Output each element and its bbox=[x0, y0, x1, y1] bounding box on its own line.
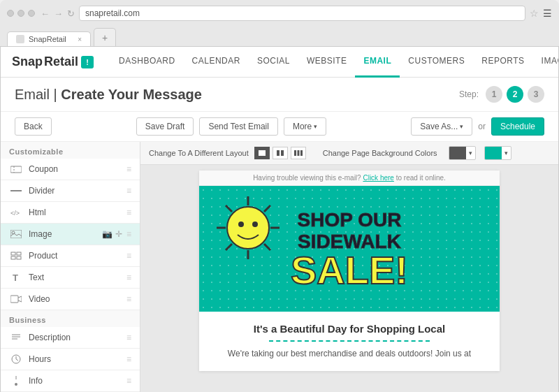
sidebar-item-description-label: Description bbox=[29, 333, 126, 342]
sidebar-drag-icon: ≡ bbox=[126, 164, 131, 174]
svg-rect-24 bbox=[294, 150, 296, 156]
more-button[interactable]: More ▾ bbox=[284, 117, 326, 136]
save-as-dropdown-arrow: ▾ bbox=[460, 123, 463, 130]
sidebar-drag-icon: ≡ bbox=[126, 376, 131, 386]
svg-rect-1 bbox=[10, 166, 22, 173]
sidebar-item-product-label: Product bbox=[29, 251, 126, 261]
nav-images[interactable]: IMAGES bbox=[533, 47, 559, 78]
email-body: It's a Beautiful Day for Shopping Local … bbox=[199, 312, 500, 371]
save-draft-button[interactable]: Save Draft bbox=[136, 117, 194, 136]
nav-website[interactable]: WEBSITE bbox=[298, 47, 356, 78]
more-dropdown-arrow: ▾ bbox=[314, 123, 317, 130]
sidebar-section-business: Business bbox=[1, 310, 140, 327]
sidebar-item-text-label: Text bbox=[29, 273, 126, 282]
step-label: Step: bbox=[459, 89, 479, 99]
nav-social[interactable]: SOCIAL bbox=[249, 47, 298, 78]
step-3-num: 3 bbox=[534, 89, 539, 99]
email-hero[interactable]: SHOP OURSIDEWALK SALE! bbox=[199, 186, 500, 312]
click-here-link[interactable]: Click here bbox=[363, 174, 393, 182]
sidebar-item-hours-label: Hours bbox=[29, 354, 126, 364]
sidebar-drag-icon: ≡ bbox=[126, 229, 131, 239]
target-icon: ✛ bbox=[115, 229, 122, 239]
page-title-main: Create Your Message bbox=[61, 87, 202, 102]
more-label: More bbox=[293, 122, 312, 131]
page-title: Email | Create Your Message bbox=[15, 87, 202, 103]
layout-icon-2col[interactable] bbox=[273, 147, 288, 159]
bg-dark-swatch bbox=[449, 146, 466, 160]
main-layout: Customizable Coupon ≡ Divider ≡ bbox=[1, 142, 558, 392]
sidebar-drag-icon: ≡ bbox=[126, 354, 131, 364]
address-bar[interactable] bbox=[79, 6, 525, 21]
send-test-button[interactable]: Send Test Email bbox=[199, 117, 278, 136]
sidebar-item-divider-label: Divider bbox=[29, 186, 126, 196]
svg-line-34 bbox=[226, 244, 232, 250]
sidebar-item-product[interactable]: Product ≡ bbox=[1, 245, 140, 267]
back-button[interactable]: ← bbox=[41, 8, 50, 19]
email-headline: It's a Beautiful Day for Shopping Local bbox=[216, 323, 483, 335]
menu-icon[interactable]: ☰ bbox=[543, 8, 552, 19]
browser-dot-red bbox=[7, 10, 14, 17]
sidebar-section-customizable: Customizable bbox=[1, 142, 140, 159]
sidebar-item-hours[interactable]: Hours ≡ bbox=[1, 349, 140, 370]
address-input[interactable] bbox=[85, 8, 519, 18]
browser-tab[interactable]: SnapRetail × bbox=[7, 31, 91, 46]
video-icon bbox=[9, 294, 23, 304]
sidebar: Customizable Coupon ≡ Divider ≡ bbox=[1, 142, 140, 392]
layout-icon-3col[interactable] bbox=[291, 147, 306, 159]
tab-close-button[interactable]: × bbox=[78, 36, 82, 43]
product-icon bbox=[9, 251, 23, 261]
sidebar-item-video[interactable]: Video ≡ bbox=[1, 289, 140, 310]
sidebar-item-text[interactable]: T Text ≡ bbox=[1, 267, 140, 289]
logo-icon: ! bbox=[81, 56, 94, 68]
sidebar-drag-icon: ≡ bbox=[126, 186, 131, 196]
divider-icon bbox=[9, 186, 23, 196]
step-1-circle[interactable]: 1 bbox=[486, 86, 502, 103]
sidebar-item-image[interactable]: Image 📷 ✛ ≡ bbox=[1, 224, 140, 245]
html-icon: </> bbox=[9, 208, 23, 217]
svg-point-36 bbox=[238, 222, 244, 227]
email-content-wrapper: Having trouble viewing this e-mail? Clic… bbox=[199, 170, 500, 371]
image-icon bbox=[9, 229, 23, 239]
top-nav: SnapRetail! DASHBOARD CALENDAR SOCIAL WE… bbox=[1, 47, 558, 78]
step-2-circle[interactable]: 2 bbox=[507, 86, 523, 103]
layout-icon-1col[interactable] bbox=[254, 147, 270, 159]
sidebar-item-coupon[interactable]: Coupon ≡ bbox=[1, 159, 140, 180]
tab-title: SnapRetail bbox=[29, 35, 66, 43]
hero-text: SHOP OURSIDEWALK SALE! bbox=[263, 196, 436, 302]
page-header: Email | Create Your Message Step: 1 2 3 bbox=[1, 78, 558, 112]
nav-calendar[interactable]: CALENDAR bbox=[184, 47, 249, 78]
camera-icon: 📷 bbox=[102, 229, 112, 239]
back-button[interactable]: Back bbox=[15, 117, 52, 136]
bg-teal-swatch bbox=[485, 146, 502, 160]
layout-bar: Change To A Different Layout Change Page… bbox=[140, 142, 558, 165]
text-icon: T bbox=[9, 273, 23, 282]
new-tab-button[interactable]: + bbox=[94, 28, 116, 46]
reload-button[interactable]: ↻ bbox=[67, 8, 75, 19]
step-3-circle[interactable]: 3 bbox=[528, 86, 544, 103]
sidebar-item-info[interactable]: Info ≡ bbox=[1, 370, 140, 392]
sidebar-item-divider[interactable]: Divider ≡ bbox=[1, 180, 140, 202]
change-bg-label: Change Page Background Colors bbox=[323, 149, 437, 157]
sidebar-item-description[interactable]: Description ≡ bbox=[1, 327, 140, 349]
nav-dashboard[interactable]: DASHBOARD bbox=[110, 47, 184, 78]
browser-dot-green bbox=[28, 10, 35, 17]
sidebar-item-html[interactable]: </> Html ≡ bbox=[1, 202, 140, 224]
nav-reports[interactable]: REPORTS bbox=[473, 47, 532, 78]
logo: SnapRetail! bbox=[12, 55, 94, 69]
bookmark-icon[interactable]: ☆ bbox=[530, 8, 539, 19]
save-as-button[interactable]: Save As... ▾ bbox=[411, 117, 472, 136]
change-layout-label: Change To A Different Layout bbox=[149, 149, 249, 157]
bg-color-teal-picker[interactable]: ▾ bbox=[484, 146, 511, 160]
page-title-prefix: Email | bbox=[15, 87, 61, 102]
hero-sale-text: SALE! bbox=[291, 253, 408, 288]
schedule-button[interactable]: Schedule bbox=[491, 117, 544, 136]
svg-text:</>: </> bbox=[10, 210, 20, 217]
nav-email[interactable]: EMAIL bbox=[355, 47, 400, 78]
description-icon bbox=[9, 333, 23, 342]
bg-color-dark-picker[interactable]: ▾ bbox=[449, 146, 476, 160]
sidebar-drag-icon: ≡ bbox=[126, 273, 131, 282]
svg-point-18 bbox=[15, 383, 17, 386]
coupon-icon bbox=[9, 164, 23, 174]
nav-customers[interactable]: CUSTOMERS bbox=[400, 47, 473, 78]
forward-button[interactable]: → bbox=[54, 8, 63, 19]
